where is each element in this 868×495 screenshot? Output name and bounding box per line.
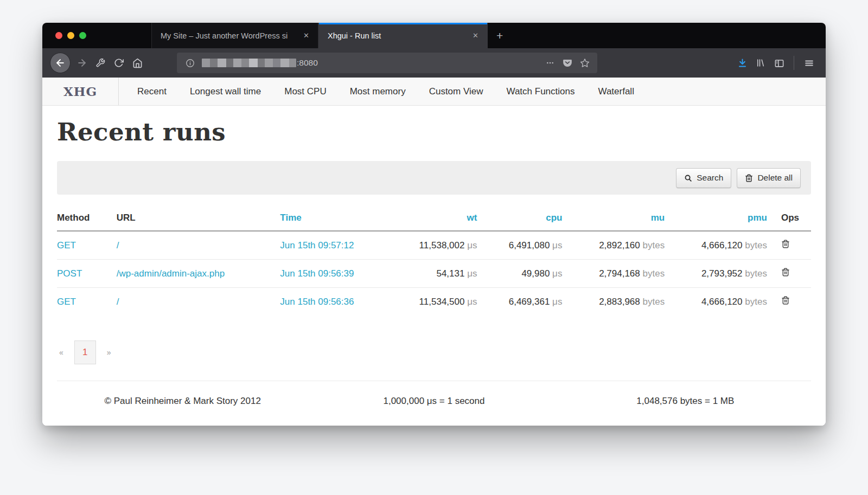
run-mu-unit: bytes: [643, 240, 665, 250]
home-icon[interactable]: [128, 54, 146, 72]
nav-item-recent[interactable]: Recent: [137, 86, 167, 97]
page-actions-icon[interactable]: [543, 56, 557, 70]
nav-item-watch-functions[interactable]: Watch Functions: [507, 86, 575, 97]
tab-xhgui[interactable]: Xhgui - Run list ✕: [318, 23, 488, 48]
run-pmu-value: 2,793,952: [701, 268, 743, 279]
back-icon[interactable]: [50, 53, 71, 73]
nav-item-most-cpu[interactable]: Most CPU: [284, 86, 326, 97]
run-cpu-value: 6,491,080: [509, 240, 550, 250]
toolbar-right-group: [733, 54, 818, 72]
tab-wordpress[interactable]: My Site – Just another WordPress si ✕: [151, 23, 318, 48]
footer-microseconds-note: 1,000,000 μs = 1 second: [308, 396, 559, 407]
footer-bytes-note: 1,048,576 bytes = 1 MB: [560, 396, 811, 407]
run-wt-unit: μs: [467, 297, 477, 307]
run-mu-unit: bytes: [643, 297, 665, 307]
run-time-link[interactable]: Jun 15th 09:56:39: [280, 268, 354, 279]
run-pmu-unit: bytes: [745, 268, 767, 279]
pagination-current-page[interactable]: 1: [74, 340, 96, 364]
run-mu-value: 2,794,168: [599, 268, 640, 279]
runs-table: Method URL Time wt cpu mu pmu Ops GET: [57, 206, 811, 316]
table-row: GET / Jun 15th 09:57:12 11,538,002 μs 6,…: [57, 231, 811, 260]
col-header-cpu[interactable]: cpu: [477, 206, 562, 231]
col-header-pmu[interactable]: pmu: [665, 206, 767, 231]
run-time-link[interactable]: Jun 15th 09:56:36: [280, 297, 354, 307]
search-icon: [684, 174, 692, 182]
new-tab-button[interactable]: +: [488, 23, 512, 48]
nav-item-waterfall[interactable]: Waterfall: [598, 86, 634, 97]
window-controls: [42, 23, 98, 48]
search-button[interactable]: Search: [676, 168, 731, 188]
run-method[interactable]: GET: [57, 240, 76, 250]
run-pmu-unit: bytes: [745, 240, 767, 250]
xhgui-page: XHG Recent Longest wall time Most CPU Mo…: [42, 78, 826, 426]
col-header-ops: Ops: [767, 206, 811, 231]
browser-toolbar: :8080: [42, 48, 826, 78]
run-wt-unit: μs: [467, 240, 477, 250]
address-bar[interactable]: :8080: [177, 53, 597, 73]
tab-close-icon[interactable]: ✕: [470, 30, 481, 41]
xhg-logo[interactable]: XHG: [42, 78, 119, 105]
delete-run-button[interactable]: [781, 268, 790, 277]
close-window-button[interactable]: [55, 32, 62, 39]
run-mu-value: 2,892,160: [599, 240, 640, 250]
run-url-link[interactable]: /wp-admin/admin-ajax.php: [117, 268, 225, 279]
search-button-label: Search: [697, 173, 723, 183]
tab-title: Xhgui - Run list: [328, 31, 466, 40]
wrench-icon[interactable]: [91, 54, 110, 72]
run-cpu-unit: μs: [552, 268, 562, 279]
toolbar-separator: [794, 56, 794, 70]
tab-close-icon[interactable]: ✕: [301, 30, 311, 41]
reload-icon[interactable]: [110, 54, 128, 72]
run-cpu-value: 6,469,361: [509, 297, 550, 307]
forward-icon[interactable]: [73, 54, 91, 72]
page-title: Recent runs: [57, 118, 811, 146]
col-header-time[interactable]: Time: [280, 206, 408, 231]
menu-hamburger-icon[interactable]: [800, 54, 818, 72]
library-icon[interactable]: [751, 54, 770, 72]
delete-all-button[interactable]: Delete all: [737, 168, 801, 188]
nav-item-most-memory[interactable]: Most memory: [350, 86, 406, 97]
nav-item-longest-wall-time[interactable]: Longest wall time: [190, 86, 261, 97]
pagination-prev-button[interactable]: «: [57, 346, 66, 359]
run-wt-value: 11,534,500: [419, 297, 465, 307]
run-wt-value: 54,131: [436, 268, 464, 279]
xhgui-nav-links: Recent Longest wall time Most CPU Most m…: [119, 78, 634, 105]
col-header-mu[interactable]: mu: [562, 206, 665, 231]
run-method[interactable]: POST: [57, 268, 82, 279]
footer-copyright: © Paul Reinheimer & Mark Story 2012: [57, 396, 308, 407]
downloads-icon[interactable]: [733, 54, 751, 72]
trash-icon: [781, 268, 790, 277]
run-mu-value: 2,883,968: [599, 297, 640, 307]
col-header-url: URL: [117, 206, 280, 231]
site-info-icon[interactable]: [183, 56, 196, 69]
nav-item-custom-view[interactable]: Custom View: [429, 86, 483, 97]
col-header-wt[interactable]: wt: [408, 206, 477, 231]
run-cpu-unit: μs: [552, 297, 562, 307]
run-cpu-value: 49,980: [521, 268, 550, 279]
browser-window: My Site – Just another WordPress si ✕ Xh…: [42, 23, 826, 426]
run-url-link[interactable]: /: [117, 240, 119, 250]
run-wt-unit: μs: [467, 268, 477, 279]
delete-run-button[interactable]: [781, 240, 790, 248]
trash-icon: [781, 296, 790, 305]
pocket-icon[interactable]: [560, 56, 575, 70]
xhgui-navbar: XHG Recent Longest wall time Most CPU Mo…: [42, 78, 826, 106]
run-method[interactable]: GET: [57, 297, 76, 307]
sidebar-toggle-icon[interactable]: [770, 54, 788, 72]
minimize-window-button[interactable]: [67, 32, 74, 39]
col-header-method: Method: [57, 206, 117, 231]
table-row: POST /wp-admin/admin-ajax.php Jun 15th 0…: [57, 260, 811, 288]
table-row: GET / Jun 15th 09:56:36 11,534,500 μs 6,…: [57, 288, 811, 316]
run-time-link[interactable]: Jun 15th 09:57:12: [280, 240, 354, 250]
url-port-text: :8080: [297, 58, 318, 68]
delete-run-button[interactable]: [781, 296, 790, 305]
run-mu-unit: bytes: [643, 268, 665, 279]
zoom-window-button[interactable]: [79, 32, 86, 39]
pagination-next-button[interactable]: »: [105, 346, 113, 359]
delete-all-button-label: Delete all: [757, 173, 793, 183]
run-url-link[interactable]: /: [117, 297, 119, 307]
run-wt-value: 11,538,002: [419, 240, 465, 250]
main-content: Recent runs Search Delete all: [42, 118, 826, 407]
run-pmu-value: 4,666,120: [701, 297, 743, 307]
bookmark-star-icon[interactable]: [578, 56, 592, 70]
